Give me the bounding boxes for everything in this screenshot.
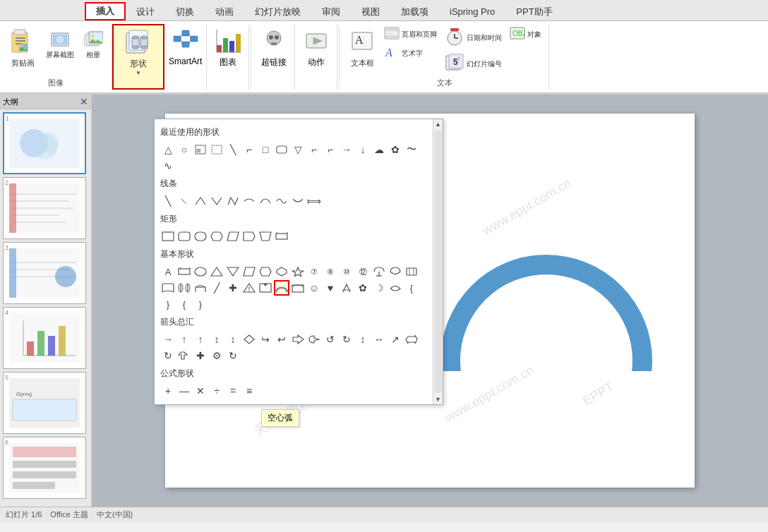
shape-item[interactable]: ⑩ xyxy=(339,264,354,279)
shape-item[interactable] xyxy=(225,229,241,244)
shape-item[interactable] xyxy=(258,229,273,244)
shape-item[interactable] xyxy=(258,280,273,296)
shape-item[interactable]: ⑦ xyxy=(306,264,322,279)
slide-thumb-3[interactable]: 3 xyxy=(3,242,86,304)
shape-item[interactable] xyxy=(388,264,403,279)
shape-item[interactable]: ⌐ xyxy=(323,142,338,157)
tab-ispring[interactable]: iSpring Pro xyxy=(439,2,505,20)
shape-item[interactable] xyxy=(176,280,192,296)
slidenum-button[interactable]: 5 # 幻灯片编号 xyxy=(442,52,505,76)
hollow-arc-shape[interactable] xyxy=(274,280,289,296)
shape-item[interactable]: ↕ xyxy=(209,332,224,347)
shape-item[interactable] xyxy=(225,264,241,279)
shape-item[interactable]: ↺ xyxy=(323,332,338,347)
shape-item[interactable]: ⑧ xyxy=(323,264,338,279)
shape-item[interactable] xyxy=(290,332,306,347)
shape-item[interactable] xyxy=(241,280,257,296)
shape-item[interactable] xyxy=(274,229,289,244)
shape-item[interactable]: → xyxy=(160,332,176,347)
shape-item[interactable]: ↗ xyxy=(388,332,403,347)
shape-item[interactable] xyxy=(176,229,192,244)
shape-item[interactable] xyxy=(258,193,273,209)
shape-item[interactable] xyxy=(371,264,387,279)
shape-item[interactable]: ♥ xyxy=(323,280,338,296)
shape-item[interactable] xyxy=(339,280,354,296)
shape-item[interactable] xyxy=(241,229,257,244)
tab-animation[interactable]: 动画 xyxy=(205,2,244,20)
tab-addins[interactable]: 加载项 xyxy=(390,2,439,20)
slide-thumb-2[interactable]: 2 xyxy=(3,177,86,239)
shape-item[interactable]: { xyxy=(176,296,192,312)
shape-item[interactable]: ↓ xyxy=(355,142,371,157)
shape-item[interactable]: ✚ xyxy=(225,280,241,296)
shape-item[interactable]: ↻ xyxy=(225,348,241,363)
shape-item[interactable]: ↔ xyxy=(371,332,387,347)
shape-item[interactable] xyxy=(193,193,208,209)
ribbon-group-smartart[interactable]: SmartArt xyxy=(164,24,207,90)
shape-item[interactable] xyxy=(274,142,289,157)
tab-view[interactable]: 视图 xyxy=(351,2,390,20)
arttext-button[interactable]: A 艺术字 xyxy=(381,44,440,62)
tab-switch[interactable]: 切换 xyxy=(165,2,205,20)
shape-item[interactable] xyxy=(209,264,224,279)
ribbon-group-shapes[interactable]: 形状 ▼ xyxy=(112,24,164,90)
shape-item[interactable] xyxy=(290,280,306,296)
sidebar-close-button[interactable]: ✕ xyxy=(80,96,88,107)
shape-item[interactable]: ✿ xyxy=(388,142,403,157)
shape-item[interactable]: ╲ xyxy=(160,193,176,209)
screenshot-button[interactable]: 屏幕截图 xyxy=(42,27,78,62)
object-button[interactable]: OBJ 对象 xyxy=(507,25,544,43)
shape-item[interactable]: 〜 xyxy=(404,142,419,157)
slide-thumb-6[interactable]: 6 xyxy=(3,437,86,499)
shape-item[interactable]: + xyxy=(160,383,176,399)
shape-item[interactable] xyxy=(274,193,289,209)
shape-item[interactable]: ○ xyxy=(176,142,192,157)
clipboard-button[interactable]: 剪贴画 xyxy=(4,25,41,71)
scroll-up-arrow[interactable]: ▲ xyxy=(433,119,443,129)
shape-item[interactable]: ⌐ xyxy=(306,142,322,157)
shape-item[interactable] xyxy=(241,193,257,209)
shape-item[interactable]: ↻ xyxy=(160,348,176,363)
shape-item[interactable] xyxy=(241,332,257,347)
shape-item[interactable] xyxy=(274,264,289,279)
shape-item[interactable]: ✚ xyxy=(193,348,208,363)
shape-item[interactable]: ↪ xyxy=(258,332,273,347)
shape-item[interactable]: ☽ xyxy=(371,280,387,296)
shape-item[interactable]: = xyxy=(225,383,241,399)
shape-item[interactable]: ⌐ xyxy=(241,142,257,157)
shape-item[interactable]: → xyxy=(339,142,354,157)
shape-item[interactable]: ⊠ xyxy=(193,142,208,157)
textbox-button[interactable]: A 文本框 xyxy=(345,25,379,76)
shape-item[interactable] xyxy=(290,264,306,279)
shape-item[interactable]: ☺ xyxy=(306,280,322,296)
tab-slideshow[interactable]: 幻灯片放映 xyxy=(244,2,311,20)
shape-item[interactable]: ☁ xyxy=(371,142,387,157)
shape-item[interactable]: ✿ xyxy=(355,280,371,296)
shape-item[interactable]: ⚙ xyxy=(209,348,224,363)
shape-item[interactable] xyxy=(193,280,208,296)
shape-item[interactable]: ↩ xyxy=(274,332,289,347)
shape-item[interactable] xyxy=(209,229,224,244)
shape-item[interactable]: ↻ xyxy=(339,332,354,347)
ribbon-group-link[interactable]: 超链接 xyxy=(253,24,295,90)
shape-item[interactable]: ⑫ xyxy=(355,264,371,279)
shape-item[interactable] xyxy=(209,142,224,157)
shape-item[interactable] xyxy=(193,229,208,244)
shape-item[interactable]: } xyxy=(160,296,176,312)
shape-item[interactable]: A xyxy=(160,264,176,279)
shape-item[interactable]: ╱ xyxy=(209,280,224,296)
shape-item[interactable]: ↕ xyxy=(355,332,371,347)
tab-review[interactable]: 审阅 xyxy=(311,2,351,20)
scroll-down-arrow[interactable]: ▼ xyxy=(433,394,443,404)
ribbon-group-action[interactable]: 动作 xyxy=(295,24,337,90)
shape-item[interactable]: ↕ xyxy=(225,332,241,347)
shape-item[interactable]: ↑ xyxy=(193,332,208,347)
header-footer-button[interactable]: - - - 页眉和页脚 xyxy=(381,25,440,43)
tab-insert[interactable]: 插入 xyxy=(85,2,126,20)
tab-ppthelper[interactable]: PPT助手 xyxy=(505,2,563,20)
shape-item[interactable] xyxy=(388,280,403,296)
shape-item[interactable]: ≡ xyxy=(241,383,257,399)
shape-item[interactable]: ↑ xyxy=(176,332,192,347)
datetime-button[interactable]: 日期和时间 xyxy=(442,25,505,50)
shape-item[interactable] xyxy=(404,264,419,279)
